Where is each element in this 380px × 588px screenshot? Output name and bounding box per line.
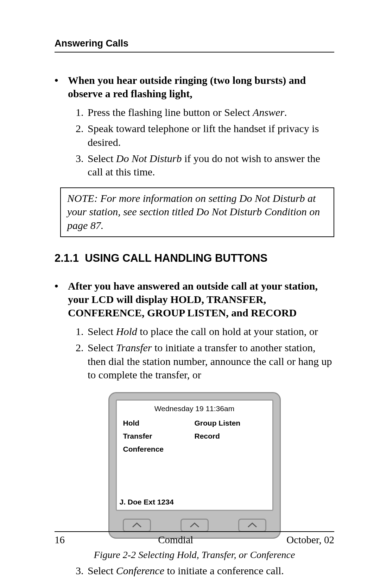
- lcd-options: Hold Group Listen Transfer Record Confer…: [123, 419, 266, 454]
- step-text-emph: Answer: [253, 106, 284, 118]
- lcd-device: Wednesday 19 11:36am Hold Group Listen T…: [108, 392, 281, 539]
- step-text: Speak toward telephone or lift the hands…: [88, 122, 334, 149]
- step-text-part: to place the call on hold at your statio…: [137, 326, 318, 337]
- note-box: NOTE: For more information on setting Do…: [60, 187, 334, 237]
- lcd-caller: J. Doe Ext 1234: [120, 497, 266, 507]
- step-number: 2.: [76, 122, 88, 149]
- page: Answering Calls • When you hear outside …: [0, 0, 380, 588]
- lcd-screen: Wednesday 19 11:36am Hold Group Listen T…: [116, 400, 273, 511]
- step-text: Select Conference to initiate a conferen…: [88, 564, 334, 577]
- step-1: 1. Press the flashing line button or Sel…: [76, 106, 334, 119]
- chevron-up-icon: [247, 522, 257, 529]
- steps-answer: 1. Press the flashing line button or Sel…: [55, 106, 334, 179]
- footer-page: 16: [55, 534, 65, 546]
- footer-rule: [55, 531, 334, 532]
- step-text-emph: Transfer: [116, 342, 152, 353]
- lcd-timestamp: Wednesday 19 11:36am: [123, 404, 266, 414]
- step-3: 3. Select Do Not Disturb if you do not w…: [76, 152, 334, 179]
- step-text-part: Select: [88, 153, 116, 164]
- lcd-opt-transfer: Transfer: [123, 432, 195, 441]
- lcd-opt-record: Record: [195, 432, 266, 441]
- body: • When you hear outside ringing (two lon…: [55, 74, 334, 578]
- step-2: 2. Select Transfer to initiate a transfe…: [76, 341, 334, 382]
- lcd-opt-hold: Hold: [123, 419, 195, 428]
- step-text-emph: Do Not Disturb: [116, 153, 182, 164]
- lcd-opt-grouplisten: Group Listen: [195, 419, 266, 428]
- heading-number: 2.1.1: [55, 252, 79, 264]
- step-number: 2.: [76, 341, 88, 382]
- step-text-emph: Conference: [116, 565, 164, 576]
- section-heading: 2.1.1 USING CALL HANDLING BUTTONS: [55, 251, 334, 265]
- figure-caption: Figure 2-2 Selecting Hold, Transfer, or …: [55, 549, 334, 561]
- chevron-up-icon: [132, 522, 142, 529]
- footer-row: 16 Comdial October, 02: [55, 534, 334, 546]
- softkey-3: [238, 519, 266, 532]
- bullet-dot: •: [55, 74, 68, 101]
- footer-center: Comdial: [158, 534, 193, 546]
- step-number: 3.: [76, 152, 88, 179]
- bullet-dot: •: [55, 279, 68, 320]
- step-3: 3. Select Conference to initiate a confe…: [76, 564, 334, 577]
- steps-handling-cont: 3. Select Conference to initiate a confe…: [55, 564, 334, 577]
- step-2: 2. Speak toward telephone or lift the ha…: [76, 122, 334, 149]
- softkey-1: [123, 519, 151, 532]
- bullet-text: When you hear outside ringing (two long …: [68, 74, 334, 101]
- step-text-part: .: [284, 106, 287, 118]
- steps-handling: 1. Select Hold to place the call on hold…: [55, 325, 334, 382]
- step-text-part: Press the flashing line button or Select: [88, 106, 253, 118]
- heading-text: USING CALL HANDLING BUTTONS: [85, 252, 267, 264]
- step-number: 1.: [76, 106, 88, 119]
- step-text-part: Select: [88, 342, 116, 353]
- lcd-figure: Wednesday 19 11:36am Hold Group Listen T…: [55, 392, 334, 539]
- step-number: 3.: [76, 564, 88, 577]
- running-head: Answering Calls: [55, 38, 334, 49]
- step-number: 1.: [76, 325, 88, 338]
- softkey-2: [180, 519, 209, 532]
- step-text: Press the flashing line button or Select…: [88, 106, 334, 119]
- step-text: Select Hold to place the call on hold at…: [88, 325, 334, 338]
- bullet-call-handling: • After you have answered an outside cal…: [55, 279, 334, 320]
- lcd-opt-conference: Conference: [123, 445, 195, 454]
- step-text-emph: Hold: [116, 326, 137, 337]
- bullet-outside-ringing: • When you hear outside ringing (two lon…: [55, 74, 334, 101]
- step-text-part: Select: [88, 326, 116, 337]
- step-text-part: to initiate a conference call.: [164, 565, 284, 576]
- step-1: 1. Select Hold to place the call on hold…: [76, 325, 334, 338]
- footer: 16 Comdial October, 02: [55, 531, 334, 546]
- footer-right: October, 02: [286, 534, 334, 546]
- bullet-text: After you have answered an outside call …: [68, 279, 334, 320]
- header-rule: [55, 52, 334, 52]
- lcd-opt-blank: [195, 445, 266, 454]
- step-text-part: Select: [88, 565, 116, 576]
- step-text: Select Transfer to initiate a transfer t…: [88, 341, 334, 382]
- step-text: Select Do Not Disturb if you do not wish…: [88, 152, 334, 179]
- chevron-up-icon: [190, 522, 200, 529]
